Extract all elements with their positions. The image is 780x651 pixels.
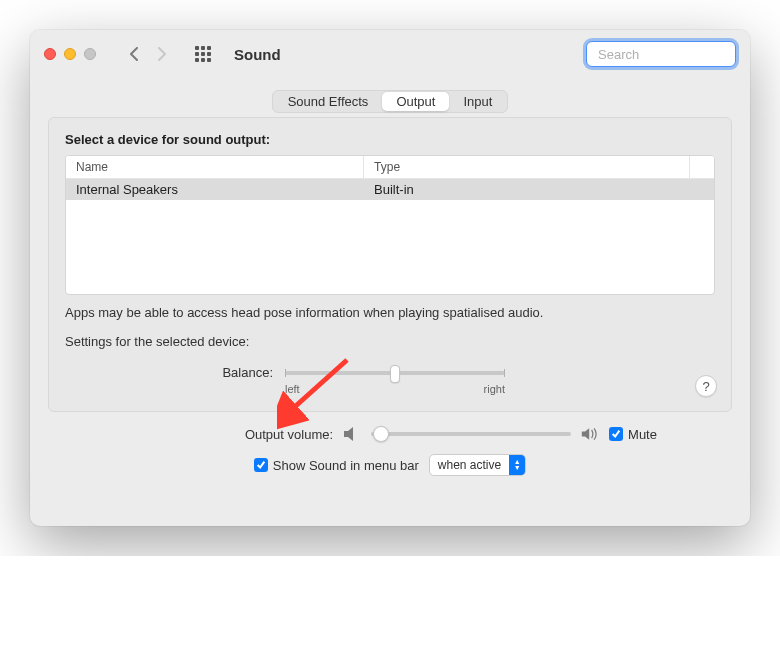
- minimize-window-button[interactable]: [64, 48, 76, 60]
- col-spacer: [690, 156, 714, 178]
- traffic-lights: [44, 48, 96, 60]
- footer: Output volume: Mute Show Sound in menu b…: [48, 412, 732, 508]
- tab-input[interactable]: Input: [449, 92, 506, 111]
- tab-sound-effects[interactable]: Sound Effects: [274, 92, 383, 111]
- col-type[interactable]: Type: [364, 156, 690, 178]
- search-field[interactable]: [586, 41, 736, 67]
- mute-checkbox[interactable]: Mute: [609, 427, 657, 442]
- show-in-menubar-label: Show Sound in menu bar: [273, 458, 419, 473]
- help-button[interactable]: ?: [695, 375, 717, 397]
- balance-thumb[interactable]: [390, 365, 400, 383]
- settings-title: Settings for the selected device:: [65, 334, 715, 349]
- forward-button[interactable]: [150, 42, 174, 66]
- output-volume-slider[interactable]: [371, 432, 571, 436]
- close-window-button[interactable]: [44, 48, 56, 60]
- select-stepper-icon: ▲▼: [509, 455, 525, 475]
- menubar-visibility-select[interactable]: when active ▲▼: [429, 454, 526, 476]
- speaker-high-icon: [581, 426, 599, 442]
- output-volume-label: Output volume:: [123, 427, 333, 442]
- zoom-window-button[interactable]: [84, 48, 96, 60]
- speaker-low-icon: [343, 426, 361, 442]
- content-area: Sound Effects Output Input Select a devi…: [30, 78, 750, 526]
- menubar-row: Show Sound in menu bar when active ▲▼: [48, 454, 732, 476]
- sound-preferences-window: Sound Sound Effects Output Input Select …: [30, 30, 750, 526]
- balance-slider[interactable]: left right: [285, 365, 505, 395]
- spatial-audio-note: Apps may be able to access head pose inf…: [65, 305, 715, 320]
- window-title: Sound: [234, 46, 281, 63]
- checkbox-checked-icon: [254, 458, 268, 472]
- search-input[interactable]: [598, 47, 750, 62]
- tab-bar: Sound Effects Output Input: [48, 90, 732, 113]
- table-header: Name Type: [66, 156, 714, 179]
- device-name: Internal Speakers: [66, 179, 364, 200]
- titlebar: Sound: [30, 30, 750, 78]
- balance-right-label: right: [484, 383, 505, 395]
- panel-title: Select a device for sound output:: [65, 132, 715, 147]
- segmented-control: Sound Effects Output Input: [272, 90, 509, 113]
- device-type: Built-in: [364, 179, 714, 200]
- select-value: when active: [430, 458, 509, 472]
- tab-output[interactable]: Output: [382, 92, 449, 111]
- mute-label: Mute: [628, 427, 657, 442]
- show-all-preferences-button[interactable]: [192, 43, 214, 65]
- show-in-menubar-checkbox[interactable]: Show Sound in menu bar: [254, 458, 419, 473]
- balance-left-label: left: [285, 383, 300, 395]
- table-row[interactable]: Internal Speakers Built-in: [66, 179, 714, 200]
- col-name[interactable]: Name: [66, 156, 364, 178]
- output-panel: Select a device for sound output: Name T…: [48, 117, 732, 412]
- device-table: Name Type Internal Speakers Built-in: [65, 155, 715, 295]
- output-volume-row: Output volume: Mute: [48, 426, 732, 442]
- table-body: Internal Speakers Built-in: [66, 179, 714, 294]
- volume-thumb[interactable]: [373, 426, 389, 442]
- back-button[interactable]: [122, 42, 146, 66]
- nav-buttons: [122, 42, 174, 66]
- balance-row: Balance: left right: [65, 365, 715, 395]
- balance-label: Balance:: [65, 365, 285, 380]
- checkbox-checked-icon: [609, 427, 623, 441]
